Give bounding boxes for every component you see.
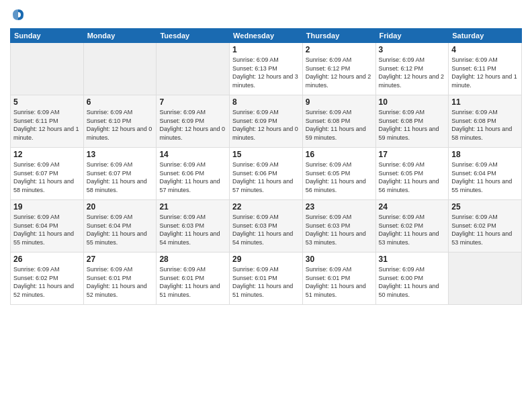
calendar-cell: 15Sunrise: 6:09 AM Sunset: 6:06 PM Dayli… — [230, 148, 303, 200]
day-info: Sunrise: 6:09 AM Sunset: 6:04 PM Dayligh… — [87, 213, 154, 246]
calendar: SundayMondayTuesdayWednesdayThursdayFrid… — [10, 28, 522, 305]
day-number: 22 — [232, 202, 300, 212]
day-info: Sunrise: 6:09 AM Sunset: 6:10 PM Dayligh… — [87, 108, 154, 142]
calendar-cell: 28Sunrise: 6:09 AM Sunset: 6:01 PM Dayli… — [157, 253, 230, 305]
day-info: Sunrise: 6:09 AM Sunset: 6:04 PM Dayligh… — [13, 213, 81, 246]
calendar-cell: 25Sunrise: 6:09 AM Sunset: 6:02 PM Dayli… — [449, 200, 522, 253]
calendar-cell: 6Sunrise: 6:09 AM Sunset: 6:10 PM Daylig… — [83, 95, 157, 148]
day-number: 12 — [13, 150, 81, 159]
calendar-cell: 17Sunrise: 6:09 AM Sunset: 6:05 PM Dayli… — [375, 148, 449, 200]
day-number: 24 — [379, 202, 446, 212]
calendar-cell: 13Sunrise: 6:09 AM Sunset: 6:07 PM Dayli… — [83, 148, 157, 200]
calendar-cell: 7Sunrise: 6:09 AM Sunset: 6:09 PM Daylig… — [157, 95, 230, 148]
day-info: Sunrise: 6:09 AM Sunset: 6:01 PM Dayligh… — [87, 265, 154, 299]
day-info: Sunrise: 6:09 AM Sunset: 6:02 PM Dayligh… — [13, 265, 81, 299]
calendar-cell: 2Sunrise: 6:09 AM Sunset: 6:12 PM Daylig… — [302, 43, 375, 95]
calendar-cell: 10Sunrise: 6:09 AM Sunset: 6:08 PM Dayli… — [375, 95, 449, 148]
weekday-header: Thursday — [302, 29, 375, 43]
calendar-cell: 22Sunrise: 6:09 AM Sunset: 6:03 PM Dayli… — [230, 200, 303, 253]
day-info: Sunrise: 6:09 AM Sunset: 6:05 PM Dayligh… — [306, 161, 373, 194]
calendar-cell: 19Sunrise: 6:09 AM Sunset: 6:04 PM Dayli… — [11, 200, 84, 253]
calendar-cell: 24Sunrise: 6:09 AM Sunset: 6:02 PM Dayli… — [375, 200, 449, 253]
day-info: Sunrise: 6:09 AM Sunset: 6:05 PM Dayligh… — [379, 161, 446, 194]
day-number: 1 — [232, 45, 300, 54]
calendar-cell — [83, 43, 157, 95]
day-info: Sunrise: 6:09 AM Sunset: 6:00 PM Dayligh… — [379, 265, 446, 299]
day-info: Sunrise: 6:09 AM Sunset: 6:11 PM Dayligh… — [13, 108, 81, 142]
logo — [10, 7, 29, 23]
weekday-header: Tuesday — [157, 29, 230, 43]
day-info: Sunrise: 6:09 AM Sunset: 6:04 PM Dayligh… — [451, 161, 519, 194]
day-number: 10 — [379, 97, 446, 107]
header — [10, 7, 522, 23]
calendar-cell — [449, 253, 522, 305]
day-number: 18 — [451, 150, 519, 159]
day-number: 11 — [451, 97, 519, 107]
day-info: Sunrise: 6:09 AM Sunset: 6:08 PM Dayligh… — [451, 108, 519, 142]
day-info: Sunrise: 6:09 AM Sunset: 6:01 PM Dayligh… — [232, 265, 300, 299]
day-info: Sunrise: 6:09 AM Sunset: 6:02 PM Dayligh… — [379, 213, 446, 246]
page: SundayMondayTuesdayWednesdayThursdayFrid… — [0, 0, 532, 411]
day-number: 19 — [13, 202, 81, 212]
calendar-cell: 4Sunrise: 6:09 AM Sunset: 6:11 PM Daylig… — [449, 43, 522, 95]
day-number: 23 — [306, 202, 373, 212]
weekday-header: Monday — [83, 29, 157, 43]
day-info: Sunrise: 6:09 AM Sunset: 6:03 PM Dayligh… — [159, 213, 226, 246]
day-number: 5 — [13, 97, 81, 107]
calendar-header-row: SundayMondayTuesdayWednesdayThursdayFrid… — [11, 29, 522, 43]
calendar-week-row: 5Sunrise: 6:09 AM Sunset: 6:11 PM Daylig… — [11, 95, 522, 148]
day-number: 15 — [232, 150, 300, 159]
calendar-cell: 20Sunrise: 6:09 AM Sunset: 6:04 PM Dayli… — [83, 200, 157, 253]
weekday-header: Saturday — [449, 29, 522, 43]
day-number: 21 — [159, 202, 226, 212]
day-info: Sunrise: 6:09 AM Sunset: 6:07 PM Dayligh… — [87, 161, 154, 194]
day-number: 7 — [159, 97, 226, 107]
calendar-cell: 5Sunrise: 6:09 AM Sunset: 6:11 PM Daylig… — [11, 95, 84, 148]
day-info: Sunrise: 6:09 AM Sunset: 6:01 PM Dayligh… — [159, 265, 226, 299]
calendar-cell: 9Sunrise: 6:09 AM Sunset: 6:08 PM Daylig… — [302, 95, 375, 148]
day-info: Sunrise: 6:09 AM Sunset: 6:12 PM Dayligh… — [379, 56, 446, 89]
calendar-cell: 16Sunrise: 6:09 AM Sunset: 6:05 PM Dayli… — [302, 148, 375, 200]
calendar-cell: 23Sunrise: 6:09 AM Sunset: 6:03 PM Dayli… — [302, 200, 375, 253]
calendar-cell: 1Sunrise: 6:09 AM Sunset: 6:13 PM Daylig… — [230, 43, 303, 95]
day-info: Sunrise: 6:09 AM Sunset: 6:03 PM Dayligh… — [232, 213, 300, 246]
calendar-cell — [11, 43, 84, 95]
day-number: 25 — [451, 202, 519, 212]
weekday-header: Friday — [375, 29, 449, 43]
day-info: Sunrise: 6:09 AM Sunset: 6:11 PM Dayligh… — [451, 56, 519, 89]
day-info: Sunrise: 6:09 AM Sunset: 6:09 PM Dayligh… — [232, 108, 300, 142]
day-number: 26 — [13, 255, 81, 264]
calendar-week-row: 26Sunrise: 6:09 AM Sunset: 6:02 PM Dayli… — [11, 253, 522, 305]
day-number: 13 — [87, 150, 154, 159]
calendar-cell: 14Sunrise: 6:09 AM Sunset: 6:06 PM Dayli… — [157, 148, 230, 200]
calendar-week-row: 1Sunrise: 6:09 AM Sunset: 6:13 PM Daylig… — [11, 43, 522, 95]
calendar-cell: 18Sunrise: 6:09 AM Sunset: 6:04 PM Dayli… — [449, 148, 522, 200]
day-number: 9 — [306, 97, 373, 107]
day-number: 29 — [232, 255, 300, 264]
day-info: Sunrise: 6:09 AM Sunset: 6:07 PM Dayligh… — [13, 161, 81, 194]
day-number: 2 — [306, 45, 373, 54]
calendar-cell: 11Sunrise: 6:09 AM Sunset: 6:08 PM Dayli… — [449, 95, 522, 148]
calendar-week-row: 12Sunrise: 6:09 AM Sunset: 6:07 PM Dayli… — [11, 148, 522, 200]
day-number: 6 — [87, 97, 154, 107]
weekday-header: Sunday — [11, 29, 84, 43]
calendar-cell: 12Sunrise: 6:09 AM Sunset: 6:07 PM Dayli… — [11, 148, 84, 200]
day-number: 3 — [379, 45, 446, 54]
weekday-header: Wednesday — [230, 29, 303, 43]
day-number: 8 — [232, 97, 300, 107]
calendar-cell — [157, 43, 230, 95]
calendar-cell: 29Sunrise: 6:09 AM Sunset: 6:01 PM Dayli… — [230, 253, 303, 305]
day-info: Sunrise: 6:09 AM Sunset: 6:01 PM Dayligh… — [306, 265, 373, 299]
day-info: Sunrise: 6:09 AM Sunset: 6:02 PM Dayligh… — [451, 213, 519, 246]
day-number: 16 — [306, 150, 373, 159]
day-info: Sunrise: 6:09 AM Sunset: 6:09 PM Dayligh… — [159, 108, 226, 142]
day-info: Sunrise: 6:09 AM Sunset: 6:03 PM Dayligh… — [306, 213, 373, 246]
calendar-cell: 3Sunrise: 6:09 AM Sunset: 6:12 PM Daylig… — [375, 43, 449, 95]
day-number: 20 — [87, 202, 154, 212]
day-number: 17 — [379, 150, 446, 159]
day-info: Sunrise: 6:09 AM Sunset: 6:12 PM Dayligh… — [306, 56, 373, 89]
day-info: Sunrise: 6:09 AM Sunset: 6:08 PM Dayligh… — [379, 108, 446, 142]
day-number: 28 — [159, 255, 226, 264]
day-number: 30 — [306, 255, 373, 264]
calendar-week-row: 19Sunrise: 6:09 AM Sunset: 6:04 PM Dayli… — [11, 200, 522, 253]
